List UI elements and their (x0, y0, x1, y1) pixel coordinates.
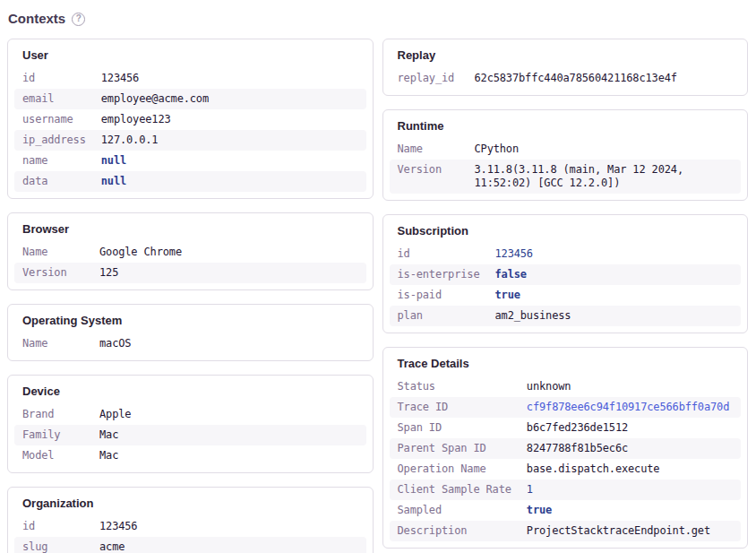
context-key: data (14, 171, 93, 192)
context-key: Name (14, 333, 91, 354)
page-title: Contexts (8, 11, 65, 27)
context-table: Status unknown Trace ID cf9f878ee6c94f10… (390, 376, 742, 541)
context-key: plan (390, 306, 487, 326)
table-row: ip_address 127.0.0.1 (14, 130, 366, 151)
context-value: 8247788f81b5ec6c (519, 438, 741, 459)
context-value: macOS (91, 333, 366, 354)
table-row: Model Mac (14, 445, 366, 466)
context-key: is-enterprise (390, 264, 487, 285)
context-card-device: Device Brand Apple Family Mac Model Mac (7, 375, 374, 473)
context-key: slug (14, 537, 91, 553)
trace-id-link[interactable]: cf9f878ee6c94f10917ce566bff0a70d (519, 397, 741, 418)
context-key: Client Sample Rate (390, 480, 519, 500)
context-table: Name macOS (14, 333, 366, 354)
table-row: data null (14, 171, 366, 192)
card-title: User (14, 46, 366, 68)
context-table: replay_id 62c5837bffc440a78560421168c13e… (390, 68, 742, 89)
table-row: username employee123 (14, 109, 366, 130)
context-table: id 123456 email employee@acme.com userna… (14, 68, 366, 192)
context-key: id (14, 516, 91, 537)
card-title: Operating System (14, 311, 366, 333)
context-value: 127.0.0.1 (93, 130, 366, 151)
table-row: Name macOS (14, 333, 366, 354)
context-value: 123456 (486, 244, 741, 264)
context-table: Brand Apple Family Mac Model Mac (14, 404, 366, 466)
context-card-subscription: Subscription id 123456 is-enterprise fal… (382, 214, 749, 333)
context-key: Description (390, 521, 519, 541)
context-value: b6c7fed236de1512 (519, 418, 741, 438)
context-key: id (390, 244, 487, 264)
context-key: Operation Name (390, 459, 519, 480)
table-row: Brand Apple (14, 404, 366, 425)
table-row: Sampled true (390, 500, 742, 521)
table-row: Description ProjectStacktraceEndpoint.ge… (390, 521, 742, 541)
context-key: Span ID (390, 418, 519, 438)
context-value: 123456 (91, 516, 366, 537)
table-row: Trace ID cf9f878ee6c94f10917ce566bff0a70… (390, 397, 742, 418)
left-column: User id 123456 email employee@acme.com u… (7, 39, 374, 553)
context-key: Family (14, 425, 91, 445)
context-value: false (486, 264, 741, 285)
context-key: is-paid (390, 285, 487, 306)
context-key: Parent Span ID (390, 438, 519, 459)
context-key: Name (14, 242, 91, 263)
card-title: Runtime (390, 117, 742, 139)
context-key: Sampled (390, 500, 519, 521)
context-value: 1 (519, 480, 741, 500)
table-row: Status unknown (390, 376, 742, 397)
context-value: 125 (91, 263, 366, 283)
context-card-replay: Replay replay_id 62c5837bffc440a78560421… (382, 39, 749, 96)
context-value: 123456 (93, 68, 366, 89)
context-key: Trace ID (390, 397, 519, 418)
context-card-user: User id 123456 email employee@acme.com u… (7, 39, 374, 199)
right-column: Replay replay_id 62c5837bffc440a78560421… (382, 39, 749, 549)
table-row: Client Sample Rate 1 (390, 480, 742, 500)
context-key: Version (14, 263, 91, 283)
context-value: employee123 (93, 109, 366, 130)
context-value: am2_business (486, 306, 741, 326)
context-card-browser: Browser Name Google Chrome Version 125 (7, 212, 374, 290)
context-value: unknown (519, 376, 741, 397)
table-row: plan am2_business (390, 306, 742, 326)
context-value: Google Chrome (91, 242, 366, 263)
card-title: Replay (390, 46, 742, 68)
context-card-runtime: Runtime Name CPython Version 3.11.8(3.11… (382, 109, 749, 201)
table-row: Version 3.11.8(3.11.8 (main, Mar 12 2024… (390, 160, 742, 194)
table-row: name null (14, 151, 366, 171)
table-row: Name CPython (390, 139, 742, 160)
context-card-trace-details: Trace Details Status unknown Trace ID cf… (382, 347, 749, 549)
table-row: Operation Name base.dispatch.execute (390, 459, 742, 480)
context-table: Name CPython Version 3.11.8(3.11.8 (main… (390, 139, 742, 194)
context-value: Apple (91, 404, 366, 425)
table-row: is-paid true (390, 285, 742, 306)
context-key: ip_address (14, 130, 93, 151)
table-row: id 123456 (14, 68, 366, 89)
context-value: Mac (91, 445, 366, 466)
table-row: replay_id 62c5837bffc440a78560421168c13e… (390, 68, 742, 89)
context-key: name (14, 151, 93, 171)
context-key: id (14, 68, 93, 89)
context-value: 3.11.8(3.11.8 (main, Mar 12 2024, 11:52:… (467, 160, 742, 194)
context-key: Version (390, 160, 467, 194)
context-key: username (14, 109, 93, 130)
contexts-grid: User id 123456 email employee@acme.com u… (7, 39, 748, 553)
table-row: Parent Span ID 8247788f81b5ec6c (390, 438, 742, 459)
context-key: email (14, 89, 93, 109)
context-table: id 123456 is-enterprise false is-paid tr… (390, 244, 742, 326)
context-table: id 123456 slug acme (14, 516, 366, 553)
table-row: id 123456 (14, 516, 366, 537)
context-key: Status (390, 376, 519, 397)
context-value: null (93, 151, 366, 171)
context-value: true (486, 285, 741, 306)
contexts-header: Contexts ? (8, 11, 748, 27)
context-table: Name Google Chrome Version 125 (14, 242, 366, 283)
help-icon[interactable]: ? (72, 13, 85, 26)
context-value: ProjectStacktraceEndpoint.get (519, 521, 741, 541)
table-row: Span ID b6c7fed236de1512 (390, 418, 742, 438)
context-value: true (519, 500, 741, 521)
context-card-organization: Organization id 123456 slug acme (7, 487, 374, 553)
context-key: Brand (14, 404, 91, 425)
context-value: Mac (91, 425, 366, 445)
table-row: id 123456 (390, 244, 742, 264)
context-value: CPython (467, 139, 742, 160)
